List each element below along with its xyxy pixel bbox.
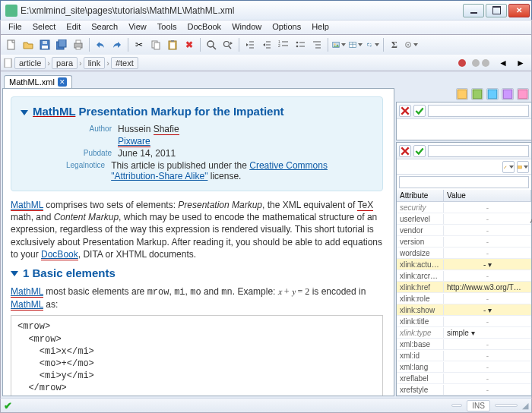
paste-icon[interactable]	[165, 37, 180, 52]
menu-view[interactable]: View	[124, 20, 151, 34]
attr-row[interactable]: security-	[397, 202, 531, 213]
save-icon[interactable]	[37, 37, 52, 52]
apply-icon[interactable]	[413, 105, 426, 117]
menu-options[interactable]: Options	[268, 20, 306, 34]
menu-help[interactable]: Help	[307, 20, 334, 34]
menu-tools[interactable]: Tools	[153, 20, 182, 34]
attr-row[interactable]: xlink:typesimple ▾	[397, 327, 531, 339]
new-icon[interactable]	[4, 37, 19, 52]
tab-mathml[interactable]: MathML.xml ✕	[4, 75, 72, 88]
menu-file[interactable]: File	[4, 20, 27, 34]
attributes-table[interactable]: AttributeValue security-userlevel-vendor…	[397, 190, 531, 396]
mathml-link[interactable]: MathML	[11, 286, 43, 298]
attr-edit-icon[interactable]	[502, 161, 515, 173]
marker-grey1-icon[interactable]	[472, 59, 480, 67]
status-ins[interactable]: INS	[467, 400, 490, 411]
collapse-icon[interactable]	[21, 110, 28, 115]
list-num-icon[interactable]: 12	[276, 37, 291, 52]
tab-close-icon[interactable]: ✕	[58, 77, 67, 87]
table-icon[interactable]	[348, 37, 363, 52]
attr-value-input[interactable]	[399, 176, 529, 188]
image-icon[interactable]	[331, 37, 347, 52]
sigma-icon[interactable]: Σ	[387, 37, 402, 52]
attr-row[interactable]: xreflabel-	[397, 373, 531, 384]
breadcrumb[interactable]: article› para› link› #text	[4, 57, 457, 69]
attr-row[interactable]: xml:base-	[397, 339, 531, 350]
attr-row[interactable]: xlink:actu…- ▾	[397, 259, 531, 270]
delete-icon[interactable]: ✖	[182, 37, 197, 52]
cancel-icon[interactable]	[399, 105, 411, 117]
window-maximize-button[interactable]	[486, 4, 507, 17]
editor-pane[interactable]: MathML Presentation Markup for the Impat…	[2, 88, 394, 396]
collapse-icon[interactable]	[11, 271, 18, 276]
svg-rect-46	[503, 90, 512, 99]
saveall-icon[interactable]	[54, 37, 69, 52]
redo-icon[interactable]	[109, 37, 125, 52]
attr-row[interactable]: xrefstyle-	[397, 384, 531, 396]
nav-left-icon[interactable]: ◄	[496, 55, 511, 71]
attr-row[interactable]: xml:lang-	[397, 361, 531, 373]
svg-point-14	[207, 41, 214, 47]
panel-icon-5[interactable]	[517, 88, 529, 100]
indent-icon[interactable]	[259, 37, 274, 52]
attr-row[interactable]: xlink:title-	[397, 316, 531, 327]
attr-row[interactable]: xlink:hrefhttp://www.w3.org/T…	[397, 282, 531, 293]
attr-row[interactable]: vendor-	[397, 225, 531, 236]
undo-icon[interactable]	[93, 37, 108, 52]
attr-row[interactable]: xlink:role-	[397, 293, 531, 304]
find-icon[interactable]	[204, 37, 219, 52]
attr-cancel-icon[interactable]	[399, 145, 411, 157]
attr-apply-icon[interactable]	[413, 145, 426, 157]
code-block[interactable]: <mrow> <mrow> <mi>x</mi> <mo>+</mo> <mi>…	[11, 315, 383, 396]
marker-red-icon[interactable]	[458, 59, 466, 67]
breadcrumb-item[interactable]: article	[14, 57, 46, 69]
list-def-icon[interactable]	[309, 37, 325, 52]
attr-row[interactable]: wordsize-	[397, 247, 531, 259]
menu-docbook[interactable]: DocBook	[182, 20, 226, 34]
menu-search[interactable]: Search	[87, 20, 122, 34]
attr-browse-icon[interactable]	[517, 161, 529, 173]
attr-row[interactable]: userlevel-	[397, 213, 531, 225]
outdent-icon[interactable]	[242, 37, 258, 52]
menu-edit[interactable]: Edit	[62, 20, 85, 34]
edit-input[interactable]	[428, 105, 529, 117]
company-link[interactable]: Pixware	[118, 136, 150, 147]
attr-row[interactable]: version-	[397, 236, 531, 247]
mathml-link[interactable]: MathML	[11, 299, 43, 311]
marker-grey2-icon[interactable]	[482, 59, 489, 67]
panel-icon-3[interactable]	[486, 88, 499, 100]
window-minimize-button[interactable]	[463, 4, 484, 17]
attr-row[interactable]: xlink:show- ▾	[397, 304, 531, 316]
settings-icon[interactable]	[404, 37, 419, 52]
menu-select[interactable]: Select	[28, 20, 61, 34]
attr-row[interactable]: xml:id-	[397, 350, 531, 361]
panel-icon-2[interactable]	[471, 88, 483, 100]
panel-icon-1[interactable]	[456, 88, 468, 100]
breadcrumb-item[interactable]: para	[52, 57, 78, 69]
article-infobox: MathML Presentation Markup for the Impat…	[11, 96, 383, 191]
nav-right-icon[interactable]: ►	[513, 55, 528, 71]
validity-ok-icon[interactable]: ✔	[4, 400, 12, 411]
find-again-icon[interactable]	[220, 37, 236, 52]
attr-row[interactable]: xlink:arcrole-	[397, 270, 531, 282]
svg-rect-52	[518, 166, 522, 169]
svg-rect-43	[458, 90, 467, 99]
resize-grip-icon[interactable]: ◢	[522, 401, 528, 411]
link-icon[interactable]	[365, 37, 380, 52]
cut-icon[interactable]: ✂	[131, 37, 147, 52]
svg-rect-13	[171, 40, 174, 42]
section-paragraph: MathML most basic elements are mrow, mi,…	[11, 285, 383, 311]
panel-icon-4[interactable]	[502, 88, 514, 100]
copy-icon[interactable]	[148, 37, 163, 52]
print-icon[interactable]	[71, 37, 86, 52]
docbook-link[interactable]: DocBook	[41, 249, 78, 260]
breadcrumb-item[interactable]: link	[84, 57, 106, 69]
open-icon[interactable]	[21, 37, 36, 52]
menu-window[interactable]: Window	[227, 20, 266, 34]
list-bullet-icon[interactable]	[293, 37, 308, 52]
svg-rect-10	[154, 43, 160, 49]
attr-name-input[interactable]	[428, 145, 529, 157]
window-close-button[interactable]: ✕	[508, 4, 530, 17]
mathml-link[interactable]: MathML	[11, 200, 43, 211]
breadcrumb-item[interactable]: #text	[111, 57, 138, 69]
